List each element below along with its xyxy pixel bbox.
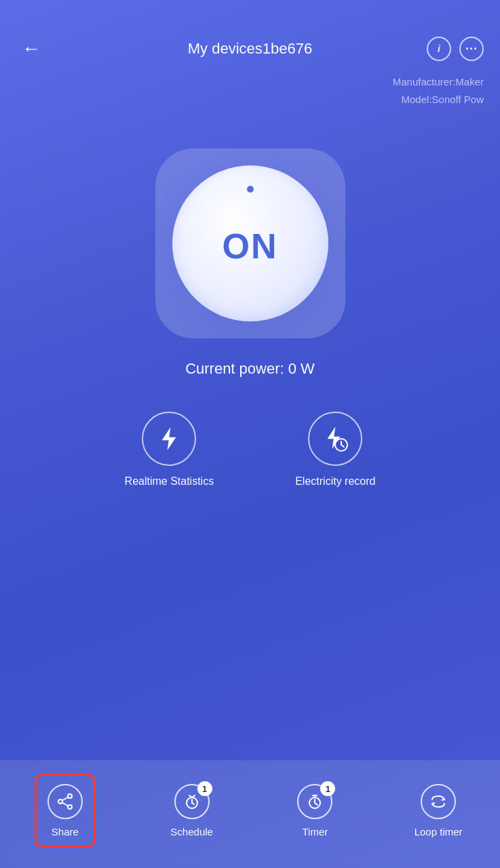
schedule-label: Schedule [170,826,213,837]
svg-point-5 [68,794,72,798]
schedule-icon-circle: 1 [174,784,210,819]
current-power-label: Current power: 0 W [0,360,500,378]
power-button-outer: ON [155,149,345,338]
schedule-icon [183,793,201,810]
svg-marker-1 [328,427,340,448]
header-icons: i ··· [427,37,484,61]
share-label: Share [52,826,79,837]
more-button[interactable]: ··· [459,37,484,61]
bottom-item-loop-timer[interactable]: Loop timer [411,784,465,837]
feature-realtime-statistics[interactable]: Realtime Statistics [125,412,214,488]
svg-line-9 [62,803,68,806]
timer-icon-circle: 1 [297,784,332,819]
bottom-item-timer[interactable]: 1 Timer [288,784,342,837]
page-title: My devices1be676 [188,40,312,58]
timer-badge: 1 [320,781,335,796]
svg-line-4 [341,445,344,447]
features-row: Realtime Statistics Electricity record [0,412,500,488]
timer-label: Timer [302,826,328,837]
svg-line-12 [192,803,194,804]
power-dot [247,186,254,193]
power-area: ON [0,149,500,338]
loop-icon [429,793,447,810]
svg-marker-0 [162,428,176,450]
lightning-clock-icon [322,425,349,452]
bottom-item-share[interactable]: Share [35,774,96,848]
model-label: Model:Sonoff Pow [16,91,484,108]
realtime-statistics-icon-circle [142,412,196,466]
power-state: ON [223,226,278,267]
share-icon-circle [47,784,83,819]
electricity-record-label: Electricity record [295,475,375,488]
device-info: Manufacturer:Maker Model:Sonoff Pow [0,71,500,108]
header: ← My devices1be676 i ··· [0,0,500,71]
bottom-bar: Share 1 Schedule 1 Timer [0,760,500,868]
electricity-record-icon-circle [308,412,362,466]
realtime-statistics-label: Realtime Statistics [125,475,214,488]
feature-electricity-record[interactable]: Electricity record [295,412,375,488]
svg-point-7 [58,800,62,804]
svg-line-8 [62,797,68,801]
lightning-icon [155,425,182,452]
svg-point-6 [68,805,72,809]
loop-timer-icon-circle [421,784,456,819]
svg-line-15 [315,803,318,805]
share-icon [56,793,74,810]
back-button[interactable]: ← [16,34,46,64]
power-button[interactable]: ON [172,165,328,321]
loop-timer-label: Loop timer [415,826,463,837]
bottom-item-schedule[interactable]: 1 Schedule [165,784,219,837]
info-button[interactable]: i [427,37,451,61]
schedule-badge: 1 [197,781,212,796]
manufacturer-label: Manufacturer:Maker [16,73,484,91]
timer-icon [306,793,324,810]
